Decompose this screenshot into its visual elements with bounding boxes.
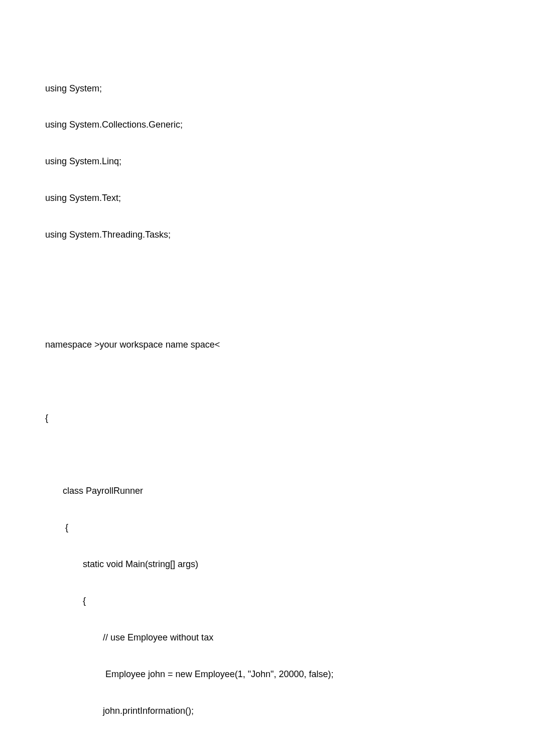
code-line <box>45 375 488 387</box>
code-line <box>45 741 488 753</box>
code-line: class PayrollRunner <box>45 485 488 497</box>
code-line: Employee john = new Employee(1, "John", … <box>45 668 488 680</box>
code-document: using System; using System.Collections.G… <box>45 58 488 756</box>
code-line <box>45 449 488 461</box>
code-line: using System.Threading.Tasks; <box>45 229 488 241</box>
code-line: using System.Linq; <box>45 155 488 167</box>
code-line: { <box>45 412 488 424</box>
code-line <box>45 265 488 277</box>
code-line: john.printInformation(); <box>45 705 488 717</box>
code-line: namespace >your workspace name space< <box>45 339 488 351</box>
code-line: { <box>45 595 488 607</box>
code-line: using System.Collections.Generic; <box>45 119 488 131</box>
code-line: // use Employee without tax <box>45 631 488 643</box>
code-line: static void Main(string[] args) <box>45 558 488 570</box>
code-line: using System.Text; <box>45 192 488 204</box>
code-line <box>45 302 488 314</box>
code-line: using System; <box>45 82 488 94</box>
code-line: { <box>45 521 488 533</box>
